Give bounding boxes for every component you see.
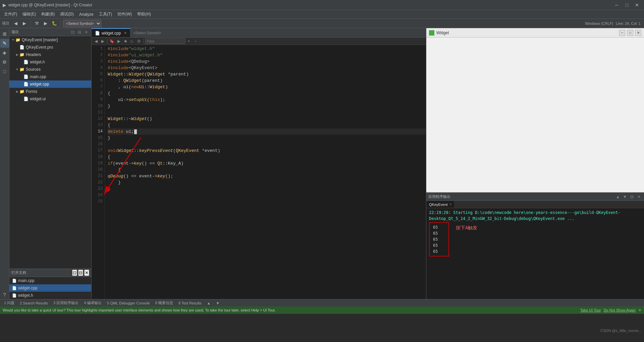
edit-icon[interactable]: ✎: [0, 39, 9, 48]
open-file-widget-cpp[interactable]: 📄 widget.cpp: [9, 284, 91, 292]
help-icon[interactable]: ?: [0, 290, 9, 299]
build-button[interactable]: ⚒: [33, 20, 41, 27]
notification-bar: Would you like to take a quick UI tour? …: [0, 306, 644, 314]
maximize-button[interactable]: □: [623, 1, 631, 9]
project-close-button[interactable]: ✕: [83, 29, 89, 35]
tree-item-main-cpp[interactable]: 📄 main.cpp: [9, 73, 91, 80]
menu-file[interactable]: 文件(F): [1, 10, 20, 18]
csdn-text: CSDN @s_little_monst...: [600, 329, 641, 333]
debug-button[interactable]: 🐛: [51, 20, 58, 27]
ed-forward-button[interactable]: ▶: [100, 38, 106, 44]
status-test[interactable]: 8 Test Results: [177, 301, 203, 305]
code-content[interactable]: #include "widget.h" #include "ui_widget.…: [105, 45, 426, 299]
output-tab-qkeyevent[interactable]: QKeyEvent ✕: [426, 201, 455, 208]
status-down-arrow[interactable]: ▼: [215, 301, 221, 305]
run-debug-button[interactable]: ▶: [42, 20, 49, 27]
ed-settings-button[interactable]: ⚙: [136, 38, 142, 44]
minimize-button[interactable]: ─: [612, 1, 621, 9]
status-compile[interactable]: 4 编译输出: [83, 300, 103, 305]
ed-stop-button[interactable]: ■: [122, 38, 128, 44]
line-numbers: 1 2 3 4 5 6 7 8 9 10 11 12 13 14 15 16 1…: [92, 45, 105, 299]
tree-item-widget-cpp[interactable]: 📄 widget.cpp: [9, 80, 91, 88]
line-num-20: 20: [92, 167, 103, 173]
folder-icon: 📁: [19, 52, 25, 57]
tree-label-widget-ui: widget.ui: [30, 97, 46, 101]
menubar: 文件(F) 编辑(E) 构建(B) 调试(D) Analyze 工具(T) 控件…: [0, 10, 644, 19]
filter-remove-button[interactable]: −: [193, 38, 199, 44]
tree-label-forms: Forms: [26, 89, 37, 94]
aot-close-button[interactable]: ✕: [636, 194, 642, 200]
ed-run-button[interactable]: ▶: [116, 38, 122, 44]
menu-tools[interactable]: 工具(T): [96, 10, 115, 18]
tree-item-pro[interactable]: 📄 QKeyEvent.pro: [9, 44, 91, 51]
back-button[interactable]: ◀: [12, 20, 19, 27]
debug-icon[interactable]: ⚙: [0, 58, 9, 66]
filter-add-button[interactable]: +: [186, 38, 192, 44]
menu-debug[interactable]: 调试(D): [57, 10, 76, 18]
menu-controls[interactable]: 控件(W): [115, 10, 135, 18]
menu-edit[interactable]: 编辑(E): [20, 10, 39, 18]
open-files-sync-button[interactable]: ⊡: [72, 270, 77, 276]
editor-tab-widget-cpp[interactable]: 📄 widget.cpp ✕: [92, 28, 130, 37]
status-app-output[interactable]: 3 应用程序输出: [52, 300, 80, 305]
filter-input[interactable]: [145, 38, 185, 44]
status-up-arrow[interactable]: ▲: [206, 301, 212, 305]
widget-minimize-button[interactable]: ─: [619, 30, 625, 36]
aot-split-button[interactable]: ⊟: [629, 194, 635, 200]
menu-help[interactable]: 帮助(H): [135, 10, 154, 18]
code-editor[interactable]: 1 2 3 4 5 6 7 8 9 10 11 12 13 14 15 16 1…: [92, 45, 426, 299]
line-num-10: 10: [92, 103, 103, 109]
line-num-23: 23: [92, 186, 103, 192]
code-line-1: #include "widget.h": [108, 46, 426, 52]
design-icon[interactable]: ◈: [0, 48, 9, 57]
project-split-button[interactable]: ⊟: [76, 29, 83, 35]
line-num-25: 25: [92, 198, 103, 205]
projects-icon[interactable]: □: [0, 67, 9, 76]
cpp-file-icon: 📄: [12, 279, 17, 283]
widget-close-button[interactable]: ✕: [635, 30, 641, 36]
welcome-icon[interactable]: ⊞: [0, 30, 9, 38]
widget-maximize-button[interactable]: □: [627, 30, 633, 36]
open-files-split-button[interactable]: ⊟: [78, 270, 83, 276]
toolbar-sep-1: [31, 20, 31, 26]
status-qml[interactable]: 5 QML Debugger Console: [106, 301, 151, 305]
aot-up-button[interactable]: ▲: [615, 194, 621, 200]
run-line-text: 22:19:20: Starting D:\code\newcode here\…: [429, 210, 621, 221]
aot-down-button[interactable]: ▼: [622, 194, 628, 200]
ed-debug-run-button[interactable]: ▷: [129, 38, 135, 44]
status-summary[interactable]: 6 概要信息: [154, 300, 174, 305]
code-line-12: Widget::~Widget(): [108, 116, 426, 122]
symbol-select[interactable]: <Select Symbol>: [63, 20, 101, 27]
project-header: 项目 ⊡ ⊟ ✕: [9, 28, 91, 36]
close-tab-button[interactable]: ✕: [124, 31, 127, 35]
status-search[interactable]: 2 Search Results: [18, 301, 49, 305]
menu-build[interactable]: 构建(B): [39, 10, 57, 18]
dismiss-button[interactable]: Do Not Show Again: [604, 308, 636, 312]
tree-item-widget-ui[interactable]: 📄 widget.ui: [9, 95, 91, 103]
tree-item-headers[interactable]: ▶ 📁 Headers: [9, 51, 91, 58]
tree-item-widget-h[interactable]: 📄 widget.h: [9, 58, 91, 66]
output-area: 65 65 65 65 65 按下A触发: [429, 222, 641, 256]
take-tour-button[interactable]: Take UI Tour: [580, 308, 601, 312]
tree-item-sources[interactable]: ▼ 📁 Sources: [9, 66, 91, 73]
open-file-widget-h[interactable]: 📄 widget.h: [9, 292, 91, 299]
line-num-8: 8: [92, 90, 103, 97]
code-line-2: #include "ui_widget.h": [108, 52, 426, 58]
code-line-7: , ui(new Ui::Widget): [108, 84, 426, 90]
ed-bookmark-button[interactable]: 🔖: [109, 38, 115, 44]
tree-item-forms[interactable]: ▶ 📁 Forms: [9, 88, 91, 95]
code-line-20: {: [108, 167, 426, 173]
symbol-selector[interactable]: <Select Symbol>: [130, 28, 426, 37]
menu-analyze[interactable]: Analyze: [76, 11, 96, 18]
project-sync-button[interactable]: ⊡: [70, 29, 76, 35]
notification-close-button[interactable]: ✕: [638, 308, 641, 312]
output-tab-close[interactable]: ✕: [449, 203, 452, 206]
editor-tabs: 📄 widget.cpp ✕ <Select Symbol>: [92, 28, 426, 38]
ed-back-button[interactable]: ◀: [93, 38, 99, 44]
open-files-close-button[interactable]: ✕: [84, 270, 89, 276]
open-file-main-cpp[interactable]: 📄 main.cpp: [9, 277, 91, 284]
status-issues[interactable]: 1 问题: [3, 300, 16, 305]
tree-item-root[interactable]: ▼ 📁 QKeyEvent [master]: [9, 36, 91, 44]
close-button[interactable]: ✕: [633, 1, 641, 9]
forward-button[interactable]: ▶: [21, 20, 28, 27]
